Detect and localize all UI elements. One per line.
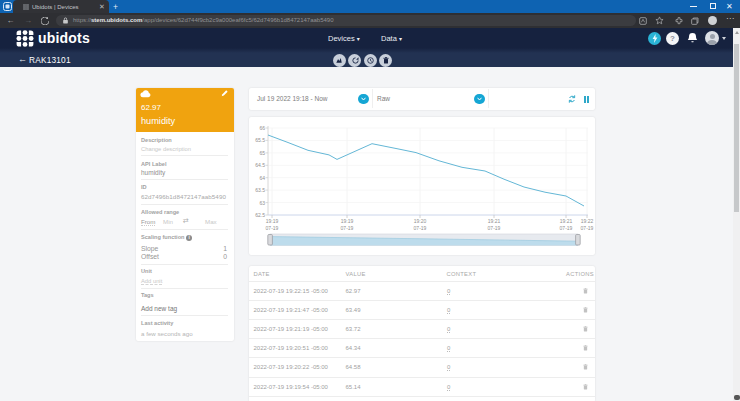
svg-text:65: 65 bbox=[259, 150, 265, 156]
svg-text:64: 64 bbox=[259, 175, 265, 181]
svg-text:07-19: 07-19 bbox=[560, 225, 573, 231]
svg-text:07-19: 07-19 bbox=[341, 225, 354, 231]
svg-text:07-19: 07-19 bbox=[266, 225, 279, 231]
svg-text:65.5: 65.5 bbox=[255, 137, 265, 143]
svg-text:07-19: 07-19 bbox=[414, 225, 427, 231]
svg-text:64.5: 64.5 bbox=[255, 162, 265, 168]
svg-text:07-19: 07-19 bbox=[581, 225, 594, 231]
svg-text:62.5: 62.5 bbox=[255, 212, 265, 218]
svg-text:07-19: 07-19 bbox=[488, 225, 501, 231]
svg-text:19:19: 19:19 bbox=[341, 218, 354, 224]
svg-text:19:22: 19:22 bbox=[581, 218, 594, 224]
svg-text:63.5: 63.5 bbox=[255, 187, 265, 193]
svg-text:19:20: 19:20 bbox=[414, 218, 427, 224]
svg-text:19:21: 19:21 bbox=[560, 218, 573, 224]
svg-text:66: 66 bbox=[259, 125, 265, 131]
svg-text:19:21: 19:21 bbox=[488, 218, 501, 224]
svg-text:63: 63 bbox=[259, 200, 265, 206]
svg-text:19:19: 19:19 bbox=[266, 218, 279, 224]
